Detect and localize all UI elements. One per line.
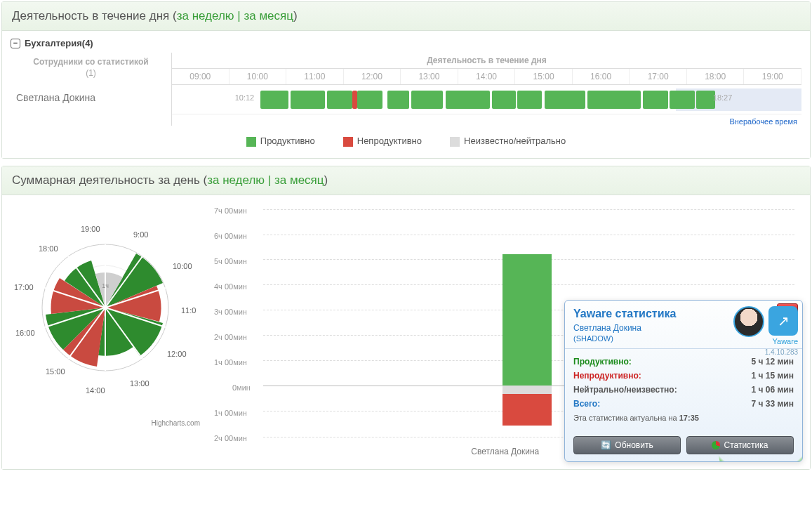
popup-title: Yaware статистика — [565, 301, 802, 323]
segment-productive[interactable] — [387, 91, 409, 109]
segment-productive[interactable] — [327, 91, 352, 109]
segment-productive[interactable] — [357, 91, 382, 109]
row-total-label: Всего: — [573, 399, 600, 409]
outside-hours-note: Внерабочее время — [172, 114, 801, 126]
svg-text:12:00: 12:00 — [167, 350, 187, 358]
row-productive-value: 5 ч 12 мин — [752, 357, 794, 367]
svg-text:17:00: 17:00 — [14, 283, 34, 291]
hour-label: 16:00 — [573, 69, 630, 84]
link-week[interactable]: за неделю — [177, 9, 234, 22]
segment-productive[interactable] — [587, 91, 641, 109]
outside-hours-block — [676, 88, 801, 111]
avatar — [733, 306, 764, 337]
hour-label: 10:00 — [229, 69, 287, 84]
segment-productive[interactable] — [411, 91, 443, 109]
segment-unproductive[interactable] — [352, 91, 357, 109]
segment-productive[interactable] — [291, 91, 325, 109]
segment-productive[interactable] — [517, 91, 543, 109]
hour-label: 09:00 — [172, 69, 229, 84]
bar-productive[interactable] — [502, 254, 552, 386]
segment-productive[interactable] — [260, 91, 288, 109]
link-month[interactable]: за месяц — [244, 9, 293, 22]
popup-host: (SHADOW) — [565, 334, 802, 348]
svg-text:19:00: 19:00 — [81, 225, 100, 233]
group-name: Бухгалтерия(4) — [25, 38, 93, 48]
start-time: 10:12 — [235, 93, 255, 102]
legend-unproductive[interactable]: Непродуктивно — [343, 136, 422, 147]
panel1-title-prefix: Деятельность в течение дня ( — [12, 9, 177, 22]
segment-productive[interactable] — [545, 91, 585, 109]
row-unproductive-value: 1 ч 15 мин — [752, 371, 794, 381]
segment-productive[interactable] — [670, 91, 695, 109]
daily-activity-panel: Деятельность в течение дня (за неделю | … — [1, 1, 811, 159]
legend-neutral[interactable]: Неизвестно/нейтрально — [450, 136, 566, 147]
svg-text:1ч: 1ч — [102, 282, 109, 289]
svg-text:10:00: 10:00 — [173, 262, 192, 270]
polar-chart-svg: 1ч 9:00 10:00 11:00 12:00 13:00 14:00 15… — [14, 202, 197, 413]
svg-text:9:00: 9:00 — [133, 230, 148, 239]
panel1-header: Деятельность в течение дня (за неделю | … — [2, 2, 810, 31]
sep: | — [234, 9, 244, 22]
legend: Продуктивно Непродуктивно Неизвестно/ней… — [11, 136, 801, 147]
summary-panel: Суммарная деятельность за день (за недел… — [1, 166, 811, 470]
yaware-stats-popup: ✕ ↗ Yaware 1.4.10.283 Yaware статистика … — [564, 300, 803, 462]
swatch-productive — [246, 137, 256, 147]
timeline-title: Деятельность в течение дня — [172, 55, 801, 65]
bar-unproductive[interactable] — [502, 394, 552, 426]
yaware-logo-icon[interactable]: ↗ — [768, 306, 798, 336]
timeline-left: Сотрудники со статистикой (1) Светлана Д… — [11, 53, 172, 126]
employee-name[interactable]: Светлана Докина — [11, 82, 171, 113]
svg-text:16:00: 16:00 — [15, 329, 35, 337]
hour-label: 13:00 — [401, 69, 458, 84]
hour-label: 17:00 — [630, 69, 687, 84]
swatch-unproductive — [343, 137, 353, 147]
timeline-right: Деятельность в течение дня 09:00 10:00 1… — [172, 53, 801, 126]
radial-chart[interactable]: 1ч 9:00 10:00 11:00 12:00 13:00 14:00 15… — [11, 202, 200, 458]
panel2-title-prefix: Суммарная деятельность за день ( — [12, 173, 207, 187]
timeline-hours: 09:00 10:00 11:00 12:00 13:00 14:00 15:0… — [172, 68, 801, 85]
hour-label: 12:00 — [344, 69, 401, 84]
link-week-2[interactable]: за неделю — [207, 173, 265, 187]
hour-label: 19:00 — [744, 69, 801, 84]
yaware-version: 1.4.10.283 — [765, 348, 798, 356]
segment-productive[interactable] — [492, 91, 516, 109]
swatch-neutral — [450, 137, 460, 147]
yaware-brand: Yaware — [773, 337, 798, 345]
svg-text:18:00: 18:00 — [39, 244, 58, 253]
svg-text:15:00: 15:00 — [46, 367, 65, 376]
row-productive-label: Продуктивно: — [573, 357, 632, 367]
hour-label: 15:00 — [515, 69, 573, 84]
outside-hours-link[interactable]: Внерабочее время — [729, 117, 797, 126]
hour-label: 11:00 — [286, 69, 344, 84]
segment-productive[interactable] — [643, 91, 668, 109]
legend-productive[interactable]: Продуктивно — [246, 136, 315, 147]
popup-user: Светлана Докина — [565, 323, 802, 334]
panel2-header: Суммарная деятельность за день (за недел… — [2, 166, 810, 195]
hour-label: 14:00 — [458, 69, 516, 84]
svg-text:14:00: 14:00 — [86, 386, 105, 395]
segment-productive[interactable] — [446, 91, 490, 109]
svg-text:11:00: 11:00 — [181, 306, 197, 315]
collapse-icon[interactable]: − — [11, 39, 20, 48]
panel1-body: − Бухгалтерия(4) Сотрудники со статистик… — [2, 31, 810, 158]
link-month-2[interactable]: за месяц — [274, 173, 324, 187]
bar-neutral[interactable] — [502, 386, 552, 393]
timeline-wrap: Сотрудники со статистикой (1) Светлана Д… — [11, 53, 801, 126]
employees-count: (1) — [11, 68, 171, 82]
refresh-button[interactable]: 🔄Обновить — [573, 436, 681, 454]
row-unproductive-label: Непродуктивно: — [573, 371, 641, 381]
bar-x-label: Светлана Докина — [449, 447, 561, 456]
group-row: − Бухгалтерия(4) — [11, 38, 801, 48]
refresh-icon: 🔄 — [601, 440, 611, 450]
timeline-row[interactable]: 10:12 18:27 — [172, 85, 801, 114]
employees-header: Сотрудники со статистикой — [11, 53, 171, 68]
svg-text:13:00: 13:00 — [130, 379, 149, 388]
row-neutral-label: Нейтрально/неизвестно: — [573, 385, 677, 395]
hour-label: 18:00 — [687, 69, 745, 84]
panel1-title-suffix: ) — [293, 9, 298, 22]
highcharts-credit[interactable]: Highcharts.com — [11, 419, 200, 427]
end-time: 18:27 — [713, 93, 733, 102]
